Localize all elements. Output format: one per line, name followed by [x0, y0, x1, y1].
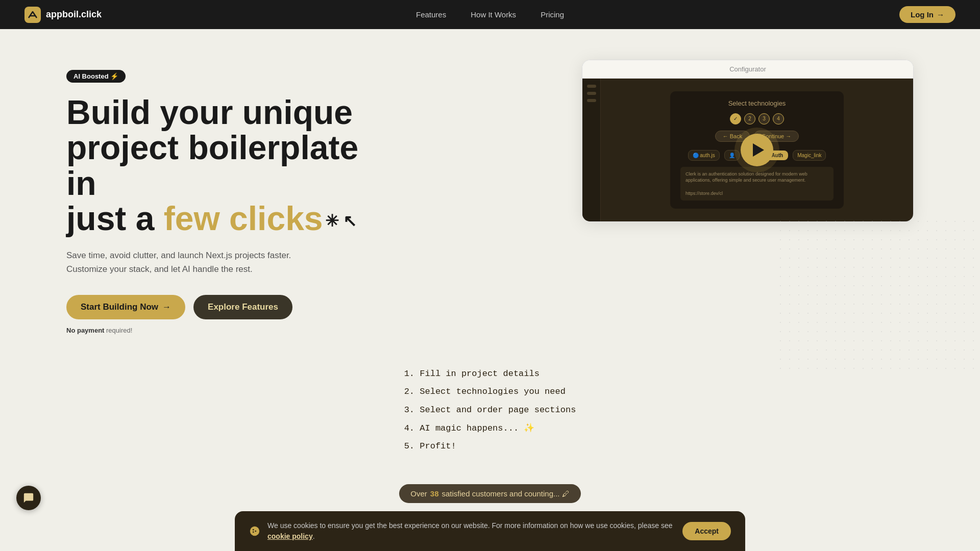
dotted-background — [776, 217, 980, 370]
explore-features-button[interactable]: Explore Features — [193, 295, 292, 319]
configurator-main: Select technologies ✓ 2 3 4 ← Back Conti… — [601, 79, 913, 221]
nav-how-it-works[interactable]: How It Works — [471, 10, 516, 19]
steps-list: 1. Fill in project details 2. Select tec… — [404, 365, 576, 456]
hero-right: Configurator Select technologies — [582, 60, 914, 222]
nav-links: Features How It Works Pricing — [416, 10, 564, 19]
login-label: Log In — [911, 10, 934, 19]
hero-section: AI Boosted ⚡ Build your unique project b… — [0, 29, 980, 355]
config-sidebar — [582, 79, 601, 221]
cookie-banner: We use cookies to ensure you get the bes… — [235, 511, 745, 551]
configurator-body: Select technologies ✓ 2 3 4 ← Back Conti… — [582, 79, 913, 221]
hero-left: AI Boosted ⚡ Build your unique project b… — [66, 60, 393, 334]
sidebar-dot-2 — [587, 92, 596, 95]
play-button[interactable] — [741, 134, 773, 166]
tech-user: 👤 — [724, 150, 740, 161]
panel-title: Select technologies — [680, 99, 834, 107]
hero-subtitle: Save time, avoid clutter, and launch Nex… — [66, 248, 311, 276]
accept-button[interactable]: Accept — [682, 522, 731, 540]
nav-actions: Log In → — [899, 6, 955, 23]
steps-section: 1. Fill in project details 2. Select tec… — [0, 355, 980, 476]
chat-widget[interactable] — [16, 486, 41, 510]
svg-point-2 — [253, 529, 254, 531]
hero-buttons: Start Building Now → Explore Features — [66, 295, 393, 319]
ai-badge: AI Boosted ⚡ — [66, 70, 126, 83]
start-building-button[interactable]: Start Building Now → — [66, 295, 185, 319]
play-icon — [753, 143, 764, 157]
sidebar-dot-3 — [587, 99, 596, 102]
login-button[interactable]: Log In → — [899, 6, 955, 23]
config-description: Clerk is an authentication solution desi… — [680, 167, 834, 201]
svg-point-3 — [255, 531, 256, 532]
step-2: 2 — [744, 113, 755, 124]
svg-point-1 — [250, 527, 259, 536]
social-proof: Over 38 satisfied customers and counting… — [0, 484, 980, 503]
no-payment-text: No payment required! — [66, 327, 393, 334]
customer-count: 38 — [430, 489, 439, 498]
cursor-icon: ✳ ↖ — [325, 212, 357, 230]
step-item-4: 4. AI magic happens... ✨ — [404, 419, 576, 438]
configurator-card: Configurator Select technologies — [582, 60, 914, 222]
nav-features[interactable]: Features — [416, 10, 446, 19]
configurator-header: Configurator — [582, 60, 913, 79]
nav-pricing[interactable]: Pricing — [541, 10, 564, 19]
step-item-5: 5. Profit! — [404, 437, 576, 456]
start-building-label: Start Building Now — [81, 302, 158, 312]
arrow-right-icon: → — [162, 302, 171, 312]
step-1: ✓ — [730, 113, 741, 124]
tech-authjs: 🔵 auth.js — [688, 150, 720, 161]
config-steps: ✓ 2 3 4 — [680, 113, 834, 124]
arrow-icon: → — [937, 10, 944, 19]
step-3: 3 — [758, 113, 770, 124]
chat-icon — [23, 492, 34, 504]
sidebar-dot-1 — [587, 85, 596, 88]
highlight-text: few clicks — [164, 199, 323, 237]
logo-link[interactable]: appboil.click — [24, 7, 102, 23]
cookie-policy-link[interactable]: cookie policy — [267, 532, 313, 540]
navbar: appboil.click Features How It Works Pric… — [0, 0, 980, 29]
cookie-text: We use cookies to ensure you get the bes… — [267, 520, 675, 542]
social-pill: Over 38 satisfied customers and counting… — [399, 484, 580, 503]
step-item-3: 3. Select and order page sections — [404, 401, 576, 419]
logo-text: appboil.click — [46, 9, 102, 20]
svg-point-4 — [253, 531, 254, 533]
tech-magic: Magic_link — [793, 150, 826, 161]
cookie-icon — [249, 525, 260, 537]
step-item-2: 2. Select technologies you need — [404, 383, 576, 401]
svg-rect-0 — [24, 7, 41, 23]
explore-features-label: Explore Features — [208, 302, 278, 312]
hero-title: Build your unique project boilerplate in… — [66, 95, 393, 236]
step-4: 4 — [773, 113, 784, 124]
step-item-1: 1. Fill in project details — [404, 365, 576, 383]
